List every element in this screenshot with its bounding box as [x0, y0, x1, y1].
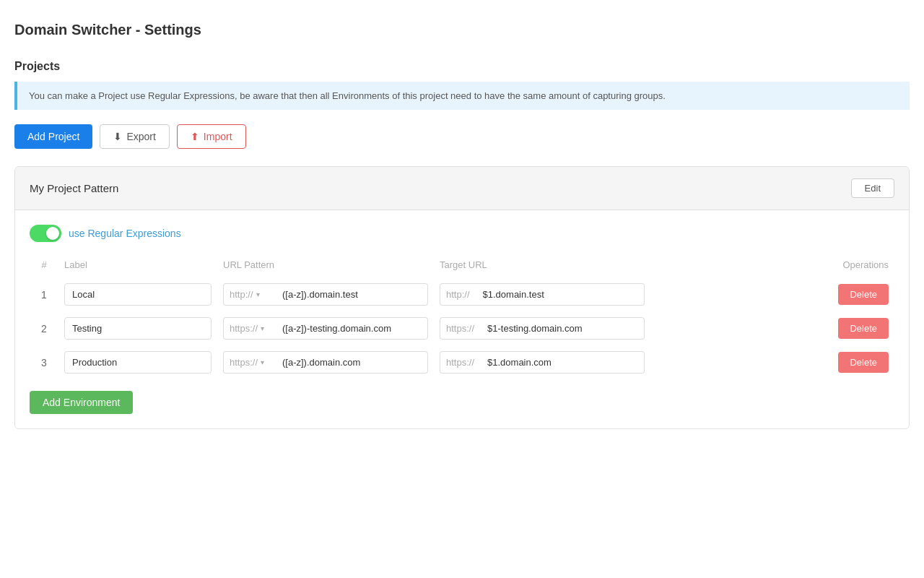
target-url-cell: http://	[434, 277, 650, 311]
page-title: Domain Switcher - Settings	[14, 22, 910, 38]
scheme-select[interactable]: https:// ▾	[223, 351, 275, 374]
delete-button[interactable]: Delete	[838, 284, 889, 305]
table-row: 2 https:// ▾ https://	[30, 311, 894, 345]
target-scheme-label: http://	[440, 283, 476, 306]
target-scheme-label: https://	[440, 351, 480, 374]
import-icon: ⬆	[191, 131, 199, 142]
col-header-label: Label	[58, 255, 217, 277]
operations-cell: Delete	[650, 277, 894, 311]
label-cell	[58, 345, 217, 379]
add-environment-button[interactable]: Add Environment	[30, 391, 133, 414]
export-icon: ⬇	[113, 131, 122, 142]
project-name: My Project Pattern	[30, 182, 118, 194]
scheme-select[interactable]: http:// ▾	[223, 283, 275, 306]
row-index: 1	[30, 277, 58, 311]
col-header-index: #	[30, 255, 58, 277]
target-url-cell: https://	[434, 345, 650, 379]
col-header-operations: Operations	[650, 255, 894, 277]
export-button[interactable]: ⬇ Export	[100, 124, 169, 149]
environments-table: # Label URL Pattern Target URL Operation…	[30, 255, 894, 379]
table-row: 3 https:// ▾ https://	[30, 345, 894, 379]
url-pattern-cell: https:// ▾	[217, 311, 434, 345]
projects-heading: Projects	[14, 60, 910, 73]
add-project-button[interactable]: Add Project	[14, 124, 92, 149]
col-header-target-url: Target URL	[434, 255, 650, 277]
target-input[interactable]	[480, 317, 645, 340]
delete-button[interactable]: Delete	[838, 352, 889, 373]
target-input[interactable]	[480, 351, 645, 374]
chevron-down-icon: ▾	[261, 324, 264, 332]
target-scheme-label: https://	[440, 317, 480, 340]
chevron-down-icon: ▾	[261, 358, 264, 366]
scheme-select[interactable]: https:// ▾	[223, 317, 275, 340]
label-input[interactable]	[64, 283, 212, 306]
col-header-url-pattern: URL Pattern	[217, 255, 434, 277]
target-input[interactable]	[476, 283, 645, 306]
project-body: use Regular Expressions # Label URL Patt…	[15, 210, 909, 428]
edit-project-button[interactable]: Edit	[851, 178, 894, 198]
operations-cell: Delete	[650, 311, 894, 345]
label-cell	[58, 311, 217, 345]
label-cell	[58, 277, 217, 311]
pattern-input[interactable]	[275, 283, 428, 306]
target-url-cell: https://	[434, 311, 650, 345]
operations-cell: Delete	[650, 345, 894, 379]
pattern-input[interactable]	[275, 351, 428, 374]
toggle-label: use Regular Expressions	[69, 228, 181, 239]
toolbar: Add Project ⬇ Export ⬆ Import	[14, 124, 910, 149]
info-banner: You can make a Project use Regular Expre…	[14, 82, 910, 110]
pattern-input[interactable]	[275, 317, 428, 340]
row-index: 3	[30, 345, 58, 379]
project-card: My Project Pattern Edit use Regular Expr…	[14, 166, 910, 429]
chevron-down-icon: ▾	[256, 290, 260, 298]
label-input[interactable]	[64, 351, 212, 374]
label-input[interactable]	[64, 317, 212, 340]
url-pattern-cell: http:// ▾	[217, 277, 434, 311]
row-index: 2	[30, 311, 58, 345]
toggle-row: use Regular Expressions	[30, 225, 894, 242]
project-header: My Project Pattern Edit	[15, 167, 909, 210]
regex-toggle[interactable]	[30, 225, 61, 242]
url-pattern-cell: https:// ▾	[217, 345, 434, 379]
table-row: 1 http:// ▾ http://	[30, 277, 894, 311]
import-button[interactable]: ⬆ Import	[177, 124, 246, 149]
delete-button[interactable]: Delete	[838, 318, 889, 339]
